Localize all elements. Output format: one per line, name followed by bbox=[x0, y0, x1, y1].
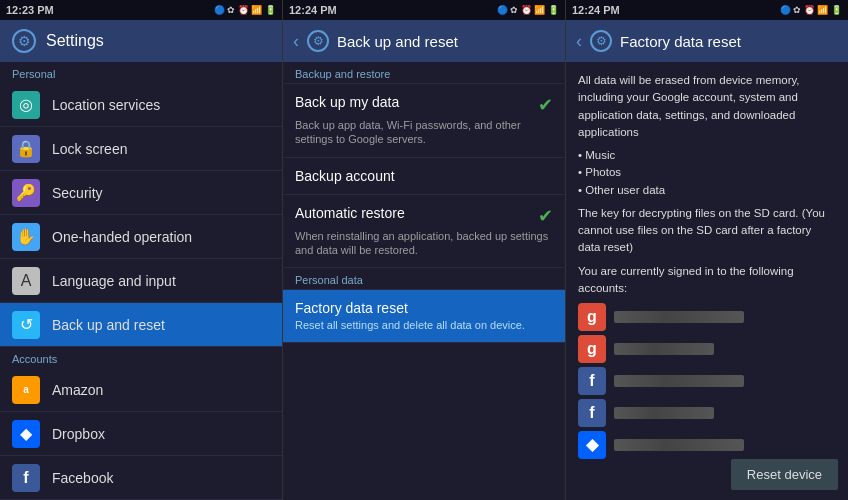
google-icon-1: g bbox=[578, 303, 606, 331]
menu-item-location[interactable]: ◎ Location services bbox=[0, 83, 282, 127]
menu-item-dropbox[interactable]: ◆ Dropbox bbox=[0, 412, 282, 456]
back-arrow-icon[interactable]: ‹ bbox=[293, 31, 299, 52]
account-row-google1: g bbox=[578, 303, 836, 331]
bullet-photos: • Photos bbox=[578, 166, 621, 178]
left-panel: 12:23 PM 🔵 ✿ ⏰ 📶 🔋 ⚙ Settings Personal ◎… bbox=[0, 0, 283, 500]
accounts-note: You are currently signed in to the follo… bbox=[578, 263, 836, 298]
menu-item-lock[interactable]: 🔒 Lock screen bbox=[0, 127, 282, 171]
backup-label: Back up and reset bbox=[52, 317, 165, 333]
mid-gear-icon: ⚙ bbox=[307, 30, 329, 52]
right-panel: 12:24 PM 🔵 ✿ ⏰ 📶 🔋 ‹ ⚙ Factory data rese… bbox=[566, 0, 848, 500]
sd-card-note: The key for decrypting files on the SD c… bbox=[578, 205, 836, 257]
language-label: Language and input bbox=[52, 273, 176, 289]
onehand-icon: ✋ bbox=[12, 223, 40, 251]
left-app-header: ⚙ Settings bbox=[0, 20, 282, 62]
facebook-label: Facebook bbox=[52, 470, 113, 486]
location-label: Location services bbox=[52, 97, 160, 113]
security-label: Security bbox=[52, 185, 103, 201]
right-header: ‹ ⚙ Factory data reset bbox=[566, 20, 848, 62]
account-blur-5 bbox=[614, 439, 744, 451]
account-blur-4 bbox=[614, 407, 714, 419]
amazon-icon: a bbox=[12, 376, 40, 404]
right-time: 12:24 PM bbox=[572, 4, 620, 16]
backup-my-data-item[interactable]: Back up my data ✔ Back up app data, Wi-F… bbox=[283, 84, 565, 158]
dropbox-icon: ◆ bbox=[12, 420, 40, 448]
amazon-label: Amazon bbox=[52, 382, 103, 398]
lock-icon: 🔒 bbox=[12, 135, 40, 163]
auto-restore-item[interactable]: Automatic restore ✔ When reinstalling an… bbox=[283, 195, 565, 269]
dropbox-label: Dropbox bbox=[52, 426, 105, 442]
factory-reset-title: Factory data reset bbox=[295, 300, 408, 316]
backup-restore-label: Backup and restore bbox=[283, 62, 565, 84]
location-icon: ◎ bbox=[12, 91, 40, 119]
facebook-icon-2: f bbox=[578, 399, 606, 427]
factory-reset-description: All data will be erased from device memo… bbox=[578, 72, 836, 141]
backup-my-data-check: ✔ bbox=[538, 94, 553, 116]
personal-section-label: Personal bbox=[0, 62, 282, 83]
right-gear-icon: ⚙ bbox=[590, 30, 612, 52]
right-scroll-area: All data will be erased from device memo… bbox=[566, 62, 848, 500]
facebook-icon: f bbox=[12, 464, 40, 492]
right-content-area: All data will be erased from device memo… bbox=[566, 62, 848, 460]
menu-item-onehand[interactable]: ✋ One-handed operation bbox=[0, 215, 282, 259]
google-icon-2: g bbox=[578, 335, 606, 363]
backup-account-item[interactable]: Backup account bbox=[283, 158, 565, 195]
backup-my-data-title: Back up my data bbox=[295, 94, 399, 110]
menu-item-backup[interactable]: ↺ Back up and reset bbox=[0, 303, 282, 347]
accounts-section-label: Accounts bbox=[0, 347, 282, 368]
account-row-dropbox: ◆ bbox=[578, 431, 836, 459]
mid-header: ‹ ⚙ Back up and reset bbox=[283, 20, 565, 62]
mid-header-title: Back up and reset bbox=[337, 33, 458, 50]
auto-restore-desc: When reinstalling an application, backed… bbox=[295, 229, 553, 258]
bullet-other: • Other user data bbox=[578, 184, 665, 196]
right-status-bar: 12:24 PM 🔵 ✿ ⏰ 📶 🔋 bbox=[566, 0, 848, 20]
bullet-music: • Music bbox=[578, 149, 615, 161]
backup-icon: ↺ bbox=[12, 311, 40, 339]
factory-reset-bullets: • Music • Photos • Other user data bbox=[578, 147, 836, 199]
onehand-label: One-handed operation bbox=[52, 229, 192, 245]
left-status-bar: 12:23 PM 🔵 ✿ ⏰ 📶 🔋 bbox=[0, 0, 282, 20]
account-blur-1 bbox=[614, 311, 744, 323]
backup-account-title: Backup account bbox=[295, 168, 395, 184]
account-row-fb1: f bbox=[578, 367, 836, 395]
dropbox-icon-1: ◆ bbox=[578, 431, 606, 459]
left-status-icons: 🔵 ✿ ⏰ 📶 🔋 bbox=[214, 5, 276, 15]
auto-restore-check: ✔ bbox=[538, 205, 553, 227]
mid-status-icons: 🔵 ✿ ⏰ 📶 🔋 bbox=[497, 5, 559, 15]
backup-my-data-desc: Back up app data, Wi-Fi passwords, and o… bbox=[295, 118, 553, 147]
account-row-google2: g bbox=[578, 335, 836, 363]
mid-panel: 12:24 PM 🔵 ✿ ⏰ 📶 🔋 ‹ ⚙ Back up and reset… bbox=[283, 0, 566, 500]
menu-item-facebook[interactable]: f Facebook bbox=[0, 456, 282, 500]
personal-data-label: Personal data bbox=[283, 268, 565, 290]
settings-title: Settings bbox=[46, 32, 104, 50]
language-icon: A bbox=[12, 267, 40, 295]
security-icon: 🔑 bbox=[12, 179, 40, 207]
right-back-arrow-icon[interactable]: ‹ bbox=[576, 31, 582, 52]
account-row-fb2: f bbox=[578, 399, 836, 427]
facebook-icon-1: f bbox=[578, 367, 606, 395]
left-time: 12:23 PM bbox=[6, 4, 54, 16]
account-blur-3 bbox=[614, 375, 744, 387]
right-header-title: Factory data reset bbox=[620, 33, 741, 50]
menu-item-amazon[interactable]: a Amazon bbox=[0, 368, 282, 412]
mid-status-bar: 12:24 PM 🔵 ✿ ⏰ 📶 🔋 bbox=[283, 0, 565, 20]
reset-device-button[interactable]: Reset device bbox=[731, 459, 838, 490]
right-status-icons: 🔵 ✿ ⏰ 📶 🔋 bbox=[780, 5, 842, 15]
lock-label: Lock screen bbox=[52, 141, 127, 157]
account-blur-2 bbox=[614, 343, 714, 355]
settings-gear-icon: ⚙ bbox=[12, 29, 36, 53]
menu-item-security[interactable]: 🔑 Security bbox=[0, 171, 282, 215]
menu-item-language[interactable]: A Language and input bbox=[0, 259, 282, 303]
factory-reset-item[interactable]: Factory data reset Reset all settings an… bbox=[283, 290, 565, 343]
mid-time: 12:24 PM bbox=[289, 4, 337, 16]
auto-restore-title: Automatic restore bbox=[295, 205, 405, 221]
factory-reset-desc: Reset all settings and delete all data o… bbox=[295, 318, 553, 332]
